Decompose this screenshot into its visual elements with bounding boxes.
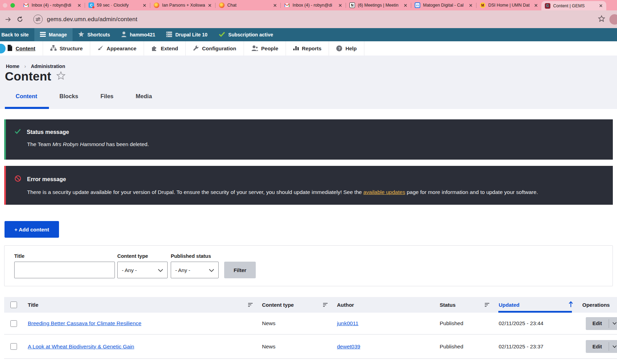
tab-close-icon[interactable] bbox=[207, 2, 212, 8]
tab-close-icon[interactable] bbox=[598, 3, 603, 9]
sort-icon[interactable] bbox=[485, 302, 490, 308]
browser-window: Inbox (4) - robyn@di C 59 sec · Clockify… bbox=[0, 0, 617, 364]
shortcuts-button[interactable]: Shortcuts bbox=[73, 28, 116, 41]
menu-item-extend[interactable]: Extend bbox=[144, 41, 186, 56]
notion-favicon-icon: N bbox=[349, 2, 355, 8]
menu-item-people[interactable]: People bbox=[244, 41, 286, 56]
title-filter-input[interactable] bbox=[14, 262, 115, 278]
add-content-button[interactable]: + Add content bbox=[5, 221, 59, 238]
edit-button[interactable]: Edit bbox=[586, 317, 609, 330]
operations-dropdown-button[interactable] bbox=[609, 340, 617, 353]
browser-tab-clockify[interactable]: C 59 sec · Clockify bbox=[85, 0, 150, 10]
browser-tab-chat[interactable]: Chat bbox=[215, 0, 280, 10]
updated-cell: 02/11/2025 - 23:44 bbox=[499, 320, 543, 327]
tab-close-icon[interactable] bbox=[468, 2, 473, 8]
help-icon: ? bbox=[336, 45, 342, 51]
menu-item-help[interactable]: ? Help bbox=[329, 41, 364, 56]
content-title-link[interactable]: A Look at Wheat Biodiversity & Genetic G… bbox=[28, 344, 134, 350]
operations-dropdown-button[interactable] bbox=[609, 317, 617, 330]
available-updates-link[interactable]: available updates bbox=[363, 189, 405, 195]
status-cell: Published bbox=[440, 320, 463, 327]
tab-media[interactable]: Media bbox=[136, 93, 152, 100]
author-link[interactable]: dewet039 bbox=[337, 344, 360, 350]
tab-title: (6) Meetings | Meetin bbox=[358, 3, 403, 8]
gmail-favicon-icon bbox=[23, 2, 29, 8]
row-checkbox[interactable] bbox=[10, 343, 17, 350]
site-information-icon[interactable] bbox=[33, 15, 43, 24]
subscription-status-button[interactable]: Subscription active bbox=[213, 28, 279, 41]
status-message-body: The Team Mrs Robyn Hammond has been dele… bbox=[6, 135, 613, 147]
browser-tab-calendar[interactable]: 21 Matogen Digital - Cal bbox=[411, 0, 476, 10]
column-header-status[interactable]: Status bbox=[440, 302, 456, 308]
back-to-site-button[interactable]: Back to site bbox=[0, 28, 34, 41]
tab-close-icon[interactable] bbox=[337, 2, 343, 8]
menu-item-appearance[interactable]: Appearance bbox=[90, 41, 144, 56]
sitemap-icon bbox=[50, 45, 57, 52]
menu-label: Help bbox=[345, 45, 357, 51]
menu-item-configuration[interactable]: Configuration bbox=[186, 41, 244, 56]
drupal-menu-bar: Content Structure Appearance Extend Conf… bbox=[0, 41, 617, 56]
shortcuts-label: Shortcuts bbox=[87, 32, 110, 37]
content-title-link[interactable]: Breeding Better Cassava for Climate Resi… bbox=[28, 320, 141, 327]
browser-tab-strip: Inbox (4) - robyn@di C 59 sec · Clockify… bbox=[0, 0, 617, 10]
column-header-updated-sorted[interactable]: Updated bbox=[499, 302, 519, 308]
browser-tab-gems-active[interactable]: G Content | GEMS bbox=[541, 1, 606, 10]
column-header-title[interactable]: Title bbox=[28, 302, 39, 308]
row-checkbox[interactable] bbox=[10, 320, 17, 327]
breadcrumb-home-link[interactable]: Home bbox=[6, 64, 19, 69]
window-close-button[interactable] bbox=[3, 3, 7, 8]
error-message-title: Error message bbox=[27, 176, 66, 183]
menu-item-content[interactable]: Content bbox=[0, 41, 43, 56]
window-fullscreen-button[interactable] bbox=[10, 3, 15, 8]
edit-button[interactable]: Edit bbox=[586, 340, 609, 353]
tab-blocks[interactable]: Blocks bbox=[59, 93, 78, 100]
favorite-star-icon[interactable] bbox=[56, 71, 66, 82]
manage-button[interactable]: Manage bbox=[34, 28, 73, 41]
browser-tab-notion[interactable]: N (6) Meetings | Meetin bbox=[346, 0, 411, 10]
published-status-select[interactable]: - Any - bbox=[171, 262, 219, 278]
clockify-favicon-icon: C bbox=[88, 2, 94, 8]
error-message-body: There is a security update available for… bbox=[6, 183, 613, 195]
profile-avatar[interactable] bbox=[609, 14, 617, 25]
tab-content[interactable]: Content bbox=[16, 93, 37, 100]
browser-tab-umn[interactable]: M DSI Home | UMN Dat bbox=[476, 0, 541, 10]
bookmark-star-icon[interactable] bbox=[598, 15, 605, 24]
tab-close-icon[interactable] bbox=[76, 2, 82, 8]
browser-tab-gmail-2[interactable]: Inbox (4) - robyn@di bbox=[281, 0, 346, 10]
tab-title: Inbox (4) - robyn@di bbox=[293, 3, 337, 8]
menu-item-reports[interactable]: Reports bbox=[286, 41, 329, 56]
address-bar[interactable]: gems.dev.umn.edu/admin/content bbox=[47, 16, 137, 23]
content-type-selected-value: - Any - bbox=[122, 267, 137, 273]
tab-title: Content | GEMS bbox=[553, 3, 598, 8]
drupal-lite-button[interactable]: Drupal Lite 10 bbox=[161, 28, 213, 41]
browser-tab-gmail-1[interactable]: Inbox (4) - robyn@di bbox=[20, 0, 85, 10]
back-to-site-label: Back to site bbox=[1, 32, 29, 37]
sort-icon[interactable] bbox=[248, 302, 253, 308]
menu-item-structure[interactable]: Structure bbox=[43, 41, 91, 56]
hamburger-icon bbox=[40, 32, 46, 38]
chat-favicon-icon bbox=[219, 2, 225, 8]
sort-ascending-arrow-icon[interactable] bbox=[568, 301, 573, 308]
star-icon bbox=[78, 31, 84, 38]
browser-tab-chat-room[interactable]: Ian Parsons + Xoliswa bbox=[150, 0, 215, 10]
column-header-author[interactable]: Author bbox=[337, 302, 354, 308]
user-menu-button[interactable]: hammo421 bbox=[116, 28, 161, 41]
reload-icon[interactable] bbox=[14, 14, 26, 25]
breadcrumb-administration-link[interactable]: Administration bbox=[31, 64, 65, 69]
column-header-content-type[interactable]: Content type bbox=[262, 302, 294, 308]
tab-close-icon[interactable] bbox=[272, 2, 278, 8]
forward-icon[interactable] bbox=[2, 14, 14, 25]
tab-close-icon[interactable] bbox=[533, 2, 539, 8]
status-message-title: Status message bbox=[27, 129, 69, 135]
sort-icon[interactable] bbox=[323, 302, 328, 308]
menu-label: Configuration bbox=[202, 45, 236, 51]
author-link[interactable]: junk0011 bbox=[337, 320, 358, 327]
select-all-checkbox[interactable] bbox=[10, 302, 17, 308]
content-type-select[interactable]: - Any - bbox=[117, 262, 168, 278]
column-header-operations: Operations bbox=[582, 302, 610, 308]
filter-button[interactable]: Filter bbox=[224, 262, 256, 278]
tab-files[interactable]: Files bbox=[100, 93, 113, 100]
tab-close-icon[interactable] bbox=[142, 2, 147, 8]
tab-close-icon[interactable] bbox=[403, 2, 408, 8]
manage-label: Manage bbox=[49, 32, 67, 37]
